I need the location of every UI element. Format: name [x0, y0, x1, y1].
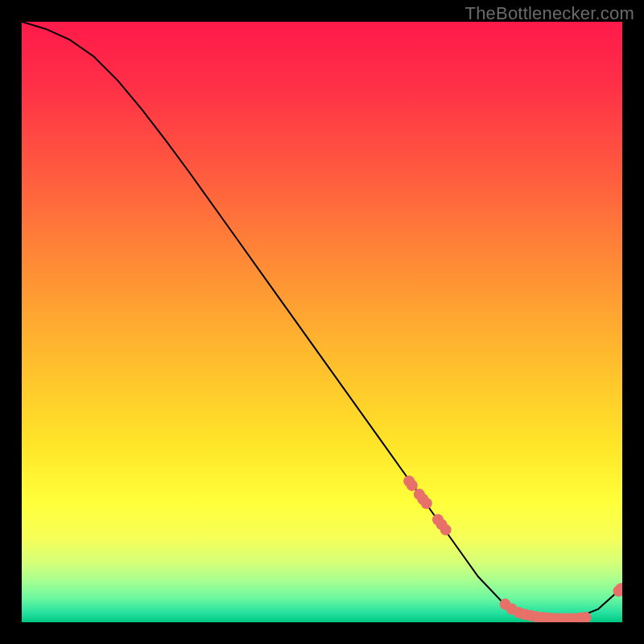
data-point [440, 524, 452, 535]
chart-svg [22, 22, 622, 622]
data-point [407, 480, 418, 491]
data-point [421, 497, 432, 509]
watermark-text: TheBottlenecker.com [465, 3, 634, 24]
chart-background [22, 22, 622, 622]
chart-plot-area [22, 22, 622, 622]
